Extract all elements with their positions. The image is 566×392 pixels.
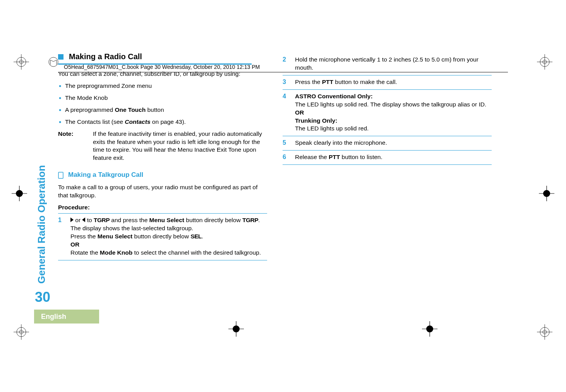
text: button to make the call. xyxy=(333,79,397,85)
text: button directly below xyxy=(132,233,190,240)
procedure-step: 6 Release the PTT button to listen. xyxy=(283,150,492,165)
subsection-heading-text: Making a Talkgroup Call xyxy=(68,171,143,180)
step-number: 5 xyxy=(283,139,290,147)
text: to xyxy=(85,217,94,223)
text-bold: One Touch xyxy=(115,106,146,113)
step-body: or to TGRP and press the Menu Select but… xyxy=(70,216,267,257)
procedure-step: 3 Press the PTT button to make the call. xyxy=(283,75,492,89)
text: A preprogrammed xyxy=(65,106,115,113)
procedure-step: 4 ASTRO Conventional Only: The LED light… xyxy=(283,89,492,136)
crosshair-icon xyxy=(422,321,437,337)
step-number: 3 xyxy=(283,78,290,86)
reg-mark-icon xyxy=(14,54,29,70)
text: . xyxy=(202,233,203,240)
right-arrow-icon xyxy=(70,217,74,222)
procedure-step: 2 Hold the microphone vertically 1 to 2 … xyxy=(283,53,492,75)
procedure-label: Procedure: xyxy=(58,204,267,212)
step-number: 2 xyxy=(283,55,290,72)
crosshair-icon xyxy=(12,186,27,201)
text: and press the xyxy=(110,217,149,223)
text: Press the xyxy=(70,233,98,240)
step-body: Speak clearly into the microphone. xyxy=(295,139,492,147)
step-body: ASTRO Conventional Only: The LED lights … xyxy=(295,92,492,133)
text-bold: PTT xyxy=(329,154,340,160)
left-column: Making a Radio Call You can select a zon… xyxy=(58,45,267,260)
section-heading: Making a Radio Call xyxy=(58,51,267,62)
sub-intro-text: To make a call to a group of users, your… xyxy=(58,183,267,200)
text-bold: OR xyxy=(295,109,304,116)
section-heading-text: Making a Radio Call xyxy=(69,51,142,62)
note-block: Note: If the feature inactivity timer is… xyxy=(58,130,267,163)
intro-text: You can select a zone, channel, subscrib… xyxy=(58,70,267,78)
text: The LED lights up solid red. The display… xyxy=(295,101,486,108)
list-item: The preprogrammed Zone menu xyxy=(58,82,267,90)
document-icon xyxy=(58,172,63,179)
text: The Contacts list (see xyxy=(65,118,125,125)
text: Rotate the xyxy=(70,249,100,256)
list-item: The Mode Knob xyxy=(58,94,267,102)
text: . xyxy=(258,217,260,223)
text: Release the xyxy=(295,154,329,160)
text: button to listen. xyxy=(340,154,382,160)
text: or xyxy=(74,217,82,223)
note-label: Note: xyxy=(58,130,81,163)
bullet-list: The preprogrammed Zone menu The Mode Kno… xyxy=(58,82,267,126)
step-body: Release the PTT button to listen. xyxy=(295,153,492,161)
svg-rect-29 xyxy=(58,172,63,178)
crosshair-icon xyxy=(539,186,554,201)
page-number: 30 xyxy=(35,288,50,307)
step-body: Press the PTT button to make the call. xyxy=(295,78,492,86)
language-bar: English xyxy=(34,310,99,324)
step-number: 4 xyxy=(283,92,290,133)
step-body: Hold the microphone vertically 1 to 2 in… xyxy=(295,55,492,72)
square-bullet-icon xyxy=(58,54,63,60)
list-item: A preprogrammed One Touch button xyxy=(58,106,267,114)
text-bold: Menu Select xyxy=(98,233,132,240)
ui-label: TGRP xyxy=(94,217,110,223)
crosshair-icon xyxy=(228,321,244,337)
text-bold: Mode Knob xyxy=(100,249,132,256)
text-bold: ASTRO Conventional Only: xyxy=(295,93,373,99)
reg-mark-icon xyxy=(537,54,552,70)
note-body: If the feature inactivity timer is enabl… xyxy=(93,130,267,163)
procedure-step: 5 Speak clearly into the microphone. xyxy=(283,136,492,150)
page: O5Head_6875947M01_C.book Page 30 Wednesd… xyxy=(0,0,566,392)
text-bolditalic: Contacts xyxy=(125,118,150,125)
ui-label: SEL xyxy=(190,233,202,240)
side-section-text: General Radio Operation xyxy=(35,165,48,284)
text: The display shows the last-selected talk… xyxy=(70,225,193,231)
reg-mark-icon xyxy=(14,324,29,340)
text: on page 43). xyxy=(151,118,186,125)
section-rule xyxy=(58,63,252,65)
reg-mark-icon xyxy=(537,324,552,340)
subsection-heading: Making a Talkgroup Call xyxy=(58,171,267,180)
text: to select the channel with the desired t… xyxy=(132,249,261,256)
text: Press the xyxy=(295,79,322,85)
step-number: 1 xyxy=(58,216,65,257)
right-column: 2 Hold the microphone vertically 1 to 2 … xyxy=(283,53,492,260)
procedure-step: 1 or to TGRP and press the Menu Select b… xyxy=(58,213,267,260)
ui-label: TGRP xyxy=(242,217,258,223)
book-spine-icon xyxy=(48,57,58,67)
list-item: The Contacts list (see Contacts on page … xyxy=(58,118,267,126)
side-section-label: General Radio Operation xyxy=(35,141,50,288)
content-columns: Making a Radio Call You can select a zon… xyxy=(58,45,503,260)
text: button directly below xyxy=(184,217,242,223)
text-bold: PTT xyxy=(322,79,333,85)
text: The LED lights up solid red. xyxy=(295,125,369,132)
text: button xyxy=(146,106,164,113)
step-number: 6 xyxy=(283,153,290,161)
text-bold: OR xyxy=(70,241,79,248)
text-bold: Trunking Only: xyxy=(295,117,337,124)
text-bold: Menu Select xyxy=(149,217,184,223)
